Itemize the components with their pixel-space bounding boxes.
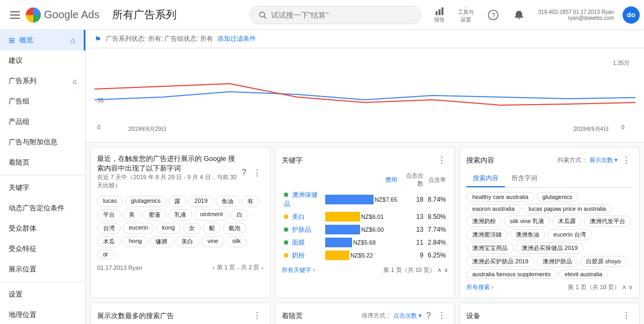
search-input[interactable] <box>271 11 412 19</box>
sidebar-item-ads[interactable]: 广告与附加信息 <box>0 132 85 152</box>
chip-white[interactable]: 白 <box>231 209 248 220</box>
chip-kong[interactable]: kong <box>156 223 181 234</box>
kw-name-link[interactable]: 奶粉 <box>292 252 305 259</box>
chip-taiwan[interactable]: 台湾 <box>97 223 121 234</box>
kw-name: 护肤品 <box>282 223 323 236</box>
sidebar-item-locations[interactable]: 地理位置 <box>0 305 85 324</box>
chip-platform[interactable]: 平台 <box>97 209 121 220</box>
chip-ointment[interactable]: ointment <box>194 209 229 220</box>
layout: ⊞ 概览 ⌂ 建议 广告系列 ⌂ 广告组 产品组 广告与附加信息 着陆页 关键字… <box>0 30 644 324</box>
sidebar-item-audiences[interactable]: 受众群体 <box>0 218 85 239</box>
svg-text:0: 0 <box>621 124 625 130</box>
kw-next[interactable]: ∨ <box>444 267 448 274</box>
sidebar-item-placements[interactable]: 展示位置 <box>0 259 85 279</box>
google-ads-label: Google Ads <box>44 9 99 21</box>
kw-clicks: 13 <box>399 223 426 236</box>
svg-text:2019年8月29日: 2019年8月29日 <box>128 126 167 132</box>
kw-name-link[interactable]: 美白 <box>292 213 305 220</box>
all-search-link[interactable]: 所有搜索 › <box>466 283 494 291</box>
chip-white2[interactable]: 美白 <box>175 236 199 247</box>
chip-fish-oil[interactable]: 鱼油 <box>216 196 239 207</box>
svg-text:1.35万: 1.35万 <box>613 60 630 66</box>
sidebar-item-suggestions[interactable]: 建议 <box>0 50 85 71</box>
kw-bar-container: NZ$6.01 <box>325 212 397 222</box>
kw-col-cost[interactable]: 费用 <box>323 171 399 189</box>
kw-name-link[interactable]: 澳洲保健品 <box>284 191 318 208</box>
sidebar-item-settings[interactable]: 设置 <box>0 284 85 305</box>
kw-bar-container: NZ$5.22 <box>325 251 397 260</box>
tab-included-terms[interactable]: 所含字词 <box>505 171 544 187</box>
lp-more-icon[interactable]: ⋮ <box>435 310 448 322</box>
kw-more-icon[interactable]: ⋮ <box>435 154 448 166</box>
chip-2019[interactable]: 2019 <box>188 196 213 207</box>
device-more-icon[interactable]: ⋮ <box>620 310 633 322</box>
reports-button[interactable]: 报告 <box>430 4 449 26</box>
svg-line-5 <box>264 16 266 18</box>
chip-sicle[interactable]: 镰膊 <box>150 236 173 247</box>
sidebar-item-demographics[interactable]: 受众特征 <box>0 239 85 259</box>
chip-hong[interactable]: hong <box>123 236 148 247</box>
sc-next[interactable]: ∨ <box>628 284 633 291</box>
chip-papaya[interactable]: 木瓜 <box>97 236 121 247</box>
help-button[interactable]: ? <box>482 4 504 26</box>
chip-you[interactable]: 有 <box>241 196 259 207</box>
new-terms-title: 最近，在触发您的广告进行展示的 Google 搜索内容中出现了以下新字词 <box>97 154 239 173</box>
kw-status-dot <box>284 215 288 219</box>
more-icon[interactable]: ⋮ <box>251 167 264 179</box>
sidebar-item-dynamic-targeting[interactable]: 动态广告定位条件 <box>0 198 85 218</box>
menu-icon[interactable] <box>4 4 26 26</box>
chip-ammonia[interactable]: 氨泡 <box>223 223 246 234</box>
chip-vine[interactable]: vine <box>201 236 224 247</box>
ad-more-icon[interactable]: ⋮ <box>251 310 264 322</box>
new-terms-chips: lucas glutagenics 露 2019 鱼油 有 平台 美 蜜蓮 乳液… <box>97 196 264 259</box>
new-search-terms-card: 最近，在触发您的广告进行展示的 Google 搜索内容中出现了以下新字词 在近 … <box>90 147 270 298</box>
next-page-icon[interactable]: › <box>261 264 264 271</box>
kw-ctr: 8.74% <box>426 189 448 210</box>
chip-silk[interactable]: silk <box>226 236 247 247</box>
sc-prev[interactable]: ∧ <box>622 284 626 291</box>
kw-bar <box>325 251 349 260</box>
help-icon[interactable]: ? <box>239 167 248 179</box>
campaign-home-icon: ⌂ <box>72 77 77 85</box>
sidebar-item-overview[interactable]: ⊞ 概览 ⌂ <box>0 30 85 50</box>
chip-eucerin[interactable]: eucerin <box>123 223 154 234</box>
kw-name-link[interactable]: 护肤品 <box>292 226 311 233</box>
tab-search-content[interactable]: 搜索内容 <box>466 171 505 187</box>
sidebar-item-productgroups[interactable]: 产品组 <box>0 112 85 132</box>
kw-name-link[interactable]: 面膜 <box>292 239 305 246</box>
search-term-chip: 澳洲护肤品 <box>537 256 578 267</box>
tools-label2: 设置 <box>460 16 471 24</box>
notifications-button[interactable] <box>508 4 530 26</box>
chip-lucas[interactable]: lucas <box>97 196 123 207</box>
chip-mei[interactable]: 美 <box>123 209 141 220</box>
tools-button[interactable]: 工具与 设置 <box>453 4 478 26</box>
sidebar-item-adgroups[interactable]: 广告组 <box>0 91 85 112</box>
kw-footer: 所有关键字 › 第 1 页（共 10 页） ∧ ∨ <box>282 266 448 274</box>
chip-lotion[interactable]: 乳液 <box>169 209 192 220</box>
search-term-chip: 澳洲宝宝用品 <box>466 242 514 254</box>
kw-prev[interactable]: ∧ <box>437 267 442 274</box>
sc-header: 搜索内容 抖索方式： 展示次数 ▾ ⋮ <box>466 154 633 166</box>
kw-col-name <box>282 171 323 189</box>
chip-glutagenics[interactable]: glutagenics <box>125 196 167 207</box>
search-bar[interactable] <box>250 6 421 24</box>
lp-sort-val[interactable]: 点击次数 ▾ <box>393 312 422 320</box>
chip-mink[interactable]: 貂 <box>203 223 221 234</box>
prev-page-icon[interactable]: ‹ <box>213 264 215 271</box>
user-avatar[interactable]: do <box>623 6 640 24</box>
sidebar-item-keywords[interactable]: 关键字 <box>0 178 85 198</box>
sidebar-item-landingpages[interactable]: 着陆页 <box>0 152 85 173</box>
all-keywords-link[interactable]: 所有关键字 › <box>282 266 315 274</box>
svg-rect-8 <box>441 7 443 14</box>
search-term-chip: 澳洲必买护肤品 2019 <box>466 256 535 267</box>
add-filter-button[interactable]: 添加过滤条件 <box>217 34 256 43</box>
sidebar-item-campaigns[interactable]: 广告系列 ⌂ <box>0 71 85 91</box>
chip-dr[interactable]: dr <box>97 249 114 259</box>
chip-female[interactable]: 女 <box>183 223 201 234</box>
sc-sort-val[interactable]: 展示次数 ▾ <box>589 156 618 164</box>
chip-lu[interactable]: 露 <box>169 196 186 207</box>
sc-more-icon[interactable]: ⋮ <box>620 154 633 166</box>
lp-help-icon[interactable]: ? <box>424 310 433 322</box>
kw-bar-container: NZ$7.65 <box>325 195 397 204</box>
chip-honey[interactable]: 蜜蓮 <box>143 209 166 220</box>
